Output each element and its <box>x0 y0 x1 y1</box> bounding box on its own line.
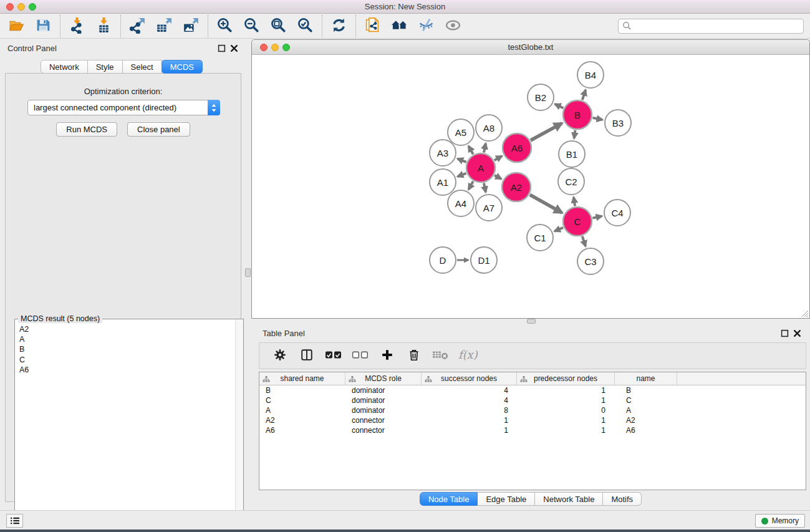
table-cell[interactable]: B <box>615 386 677 395</box>
new-network-from-selection-button[interactable] <box>359 16 386 37</box>
graph-node-C2[interactable]: C2 <box>558 168 584 195</box>
deselect-all-button[interactable] <box>350 346 371 366</box>
column-header-MCDS-role[interactable]: MCDS role <box>345 372 422 385</box>
resize-grip-icon[interactable] <box>800 309 809 317</box>
column-header-shared-name[interactable]: shared name <box>259 372 345 385</box>
table-cell[interactable]: 1 <box>422 416 517 425</box>
table-cell[interactable]: A6 <box>259 426 345 435</box>
zoom-selected-button[interactable] <box>292 16 319 37</box>
table-cell[interactable]: connector <box>345 416 422 425</box>
table-cell[interactable]: C <box>615 396 677 405</box>
column-visibility-button[interactable] <box>296 346 317 366</box>
table-cell[interactable]: 0 <box>517 406 615 415</box>
vertical-divider-handle[interactable] <box>245 268 251 277</box>
table-cell[interactable]: dominator <box>345 396 422 405</box>
graph-edge-B-B2[interactable] <box>555 104 563 108</box>
graph-node-B2[interactable]: B2 <box>528 84 554 110</box>
table-row[interactable]: Bdominator41B <box>259 385 806 395</box>
mcds-result-item[interactable]: B <box>19 344 234 354</box>
tab-node-table[interactable]: Node Table <box>420 492 478 506</box>
graph-node-C1[interactable]: C1 <box>527 225 553 251</box>
float-panel-icon[interactable] <box>781 329 789 337</box>
tab-network[interactable]: Network <box>41 60 88 74</box>
graph-node-C4[interactable]: C4 <box>604 200 630 226</box>
refresh-button[interactable] <box>325 16 352 37</box>
tab-motifs[interactable]: Motifs <box>603 492 642 506</box>
network-window-titlebar[interactable]: testGlobe.txt <box>252 40 809 55</box>
tab-select[interactable]: Select <box>123 60 162 74</box>
hide-selected-button[interactable] <box>413 16 440 37</box>
zoom-in-button[interactable] <box>211 16 238 37</box>
search-box[interactable] <box>618 19 804 34</box>
table-row[interactable]: A6connector11A6 <box>259 425 806 435</box>
column-header-predecessor-nodes[interactable]: predecessor nodes <box>517 372 615 385</box>
table-cell[interactable]: dominator <box>345 386 422 395</box>
graph-edge-A-A5[interactable] <box>468 146 473 154</box>
export-image-button[interactable] <box>178 16 205 37</box>
table-row[interactable]: A2connector11A2 <box>259 415 806 425</box>
run-mcds-button[interactable]: Run MCDS <box>56 122 117 137</box>
tab-mcds[interactable]: MCDS <box>162 60 203 74</box>
table-cell[interactable]: 1 <box>517 386 615 395</box>
graph-node-B3[interactable]: B3 <box>605 110 631 136</box>
graph-node-B[interactable]: B <box>563 100 592 129</box>
close-panel-icon[interactable] <box>230 44 238 52</box>
graph-node-A2[interactable]: A2 <box>502 173 531 201</box>
graph-edge-A-A6[interactable] <box>494 156 502 160</box>
mcds-result-item[interactable]: C <box>19 355 234 365</box>
table-cell[interactable]: 1 <box>422 426 517 435</box>
graph-edge-B-B3[interactable] <box>593 118 603 120</box>
import-network-button[interactable] <box>64 16 90 37</box>
delete-columns-button[interactable] <box>403 346 425 366</box>
memory-button[interactable]: Memory <box>755 514 805 528</box>
graph-node-B1[interactable]: B1 <box>559 141 585 167</box>
export-table-button[interactable] <box>151 16 178 37</box>
graph-node-D1[interactable]: D1 <box>471 247 497 273</box>
table-cell[interactable]: 1 <box>517 426 615 435</box>
close-panel-button[interactable]: Close panel <box>127 122 190 137</box>
tab-network-table[interactable]: Network Table <box>535 492 603 506</box>
add-column-button[interactable] <box>377 346 398 366</box>
delete-table-button[interactable] <box>430 346 451 366</box>
graph-edge-A-A3[interactable] <box>458 158 466 162</box>
table-cell[interactable]: 4 <box>422 396 517 405</box>
graph-edge-A-A8[interactable] <box>484 143 486 153</box>
graph-edge-C-C1[interactable] <box>554 228 563 231</box>
mcds-result-item[interactable]: A6 <box>19 365 234 375</box>
task-history-button[interactable] <box>6 514 23 528</box>
graph-node-C[interactable]: C <box>563 207 592 236</box>
graph-edge-A6-B[interactable] <box>531 123 562 140</box>
graph-node-A6[interactable]: A6 <box>503 133 531 162</box>
mcds-result-scrollbar[interactable] <box>235 319 243 532</box>
table-cell[interactable]: A2 <box>259 416 345 425</box>
graph-node-A7[interactable]: A7 <box>476 195 502 221</box>
tab-style[interactable]: Style <box>88 60 123 74</box>
table-row[interactable]: Adominator80A <box>259 405 806 415</box>
table-cell[interactable]: C <box>259 396 345 405</box>
search-input[interactable] <box>635 21 799 31</box>
float-panel-icon[interactable] <box>218 44 226 52</box>
horizontal-divider-handle[interactable] <box>527 319 536 324</box>
table-cell[interactable]: dominator <box>345 406 422 415</box>
close-panel-icon[interactable] <box>793 329 801 337</box>
graph-edge-C-C2[interactable] <box>574 197 575 206</box>
table-cell[interactable]: 8 <box>422 406 517 415</box>
table-cell[interactable]: A6 <box>615 426 677 435</box>
function-builder-button[interactable]: f(x) <box>457 346 478 366</box>
graph-edge-A-A2[interactable] <box>494 175 501 179</box>
zoom-out-button[interactable] <box>238 16 265 37</box>
show-all-button[interactable] <box>440 16 466 37</box>
graph-edge-A-A7[interactable] <box>484 183 486 192</box>
criterion-select[interactable]: largest connected component (directed) <box>27 100 220 115</box>
table-cell[interactable]: connector <box>345 426 422 435</box>
graph-edge-B-B4[interactable] <box>582 90 586 100</box>
graph-edge-B-B1[interactable] <box>574 130 576 138</box>
column-header-name[interactable]: name <box>615 372 677 385</box>
graph-edge-A-A4[interactable] <box>468 181 473 190</box>
table-cell[interactable]: B <box>259 386 345 395</box>
graph-edge-C-C4[interactable] <box>592 216 602 218</box>
tab-edge-table[interactable]: Edge Table <box>478 492 535 506</box>
graph-node-A[interactable]: A <box>466 153 495 182</box>
mcds-result-item[interactable]: A2 <box>19 324 234 334</box>
graph-node-A3[interactable]: A3 <box>430 140 456 166</box>
